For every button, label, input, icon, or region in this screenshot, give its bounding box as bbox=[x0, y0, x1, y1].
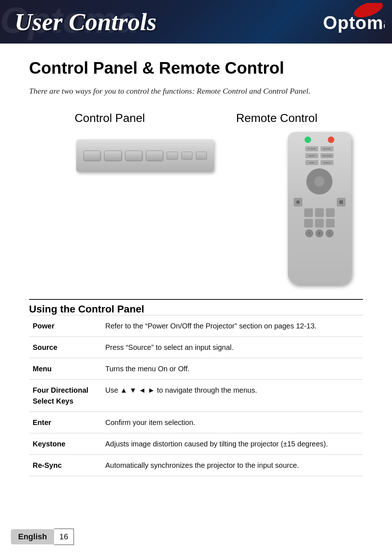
cp-btn-2 bbox=[104, 151, 121, 161]
control-desc-1: Press “Source” to select an input signal… bbox=[102, 337, 363, 358]
panel-headers-row: Control Panel Remote Control bbox=[29, 111, 363, 125]
table-row: MenuTurns the menu On or Off. bbox=[29, 358, 363, 380]
cp-btn-1 bbox=[83, 151, 101, 161]
remote-row-3: MODE FORMAT bbox=[291, 160, 348, 165]
control-desc-3: Use ▲ ▼ ◄ ► to navigate through the menu… bbox=[102, 380, 363, 412]
remote-mode: MODE bbox=[305, 160, 318, 165]
remote-num-0: 0 bbox=[315, 229, 323, 237]
control-name-4: Enter bbox=[29, 412, 102, 433]
using-section-title: Using the Control Panel bbox=[29, 303, 363, 315]
page-title: User Controls bbox=[15, 8, 156, 36]
control-desc-0: Refer to the “Power On/Off the Projector… bbox=[102, 315, 363, 337]
cp-btn-4 bbox=[146, 151, 163, 161]
table-row: KeystoneAdjusts image distortion caused … bbox=[29, 433, 363, 455]
remote-btn-e bbox=[315, 219, 324, 228]
page-footer: English 16 bbox=[11, 528, 74, 545]
remote-dpad-center bbox=[314, 176, 324, 187]
svg-point-2 bbox=[296, 200, 300, 204]
footer-page-number: 16 bbox=[54, 528, 74, 545]
table-row: SourcePress “Source” to select an input … bbox=[29, 337, 363, 358]
control-desc-4: Confirm your item selection. bbox=[102, 412, 363, 433]
control-panel-label: Control Panel bbox=[75, 111, 145, 125]
control-name-5: Keystone bbox=[29, 433, 102, 455]
remote-row-5 bbox=[291, 219, 348, 228]
svg-text:Optoma: Optoma bbox=[323, 13, 385, 33]
control-name-6: Re-Sync bbox=[29, 455, 102, 476]
remote-green-btn bbox=[305, 136, 311, 143]
control-name-2: Menu bbox=[29, 358, 102, 380]
control-desc-6: Automatically synchronizes the projector… bbox=[102, 455, 363, 476]
remote-num-7: 7 bbox=[305, 229, 313, 237]
remote-device-shape: AV MUTE RE-SYNC FREEZE KEYSTONE MODE FOR… bbox=[288, 132, 351, 285]
section-heading: Control Panel & Remote Control bbox=[29, 58, 363, 78]
cp-btn-7 bbox=[196, 152, 207, 160]
main-content: Control Panel & Remote Control There are… bbox=[0, 44, 392, 491]
svg-rect-3 bbox=[339, 200, 343, 204]
control-name-0: Power bbox=[29, 315, 102, 337]
remote-keystone: KEYSTONE bbox=[320, 153, 334, 158]
remote-num-dot: • bbox=[326, 229, 334, 237]
cp-btn-5 bbox=[167, 152, 177, 160]
remote-side-row bbox=[291, 198, 348, 207]
remote-btn-f bbox=[326, 219, 335, 228]
remote-freeze: FREEZE bbox=[305, 153, 318, 158]
page-header: Optoma User Controls Optoma bbox=[0, 0, 392, 44]
table-row: Four Directional Select KeysUse ▲ ▼ ◄ ► … bbox=[29, 380, 363, 412]
remote-resynx: RE-SYNC bbox=[320, 146, 334, 151]
remote-btn-b bbox=[315, 208, 324, 217]
table-row: Re-SyncAutomatically synchronizes the pr… bbox=[29, 455, 363, 476]
control-name-1: Source bbox=[29, 337, 102, 358]
remote-row-2: FREEZE KEYSTONE bbox=[291, 153, 348, 158]
remote-btn-d bbox=[304, 219, 313, 228]
remote-row-1: AV MUTE RE-SYNC bbox=[291, 146, 348, 151]
remote-format: FORMAT bbox=[320, 160, 334, 165]
remote-avmute: AV MUTE bbox=[305, 146, 318, 151]
remote-control-label: Remote Control bbox=[236, 111, 317, 125]
table-row: EnterConfirm your item selection. bbox=[29, 412, 363, 433]
section-subtitle: There are two ways for you to control th… bbox=[29, 85, 363, 97]
remote-btn-a bbox=[304, 208, 313, 217]
devices-illustration: AV MUTE RE-SYNC FREEZE KEYSTONE MODE FOR… bbox=[29, 132, 363, 285]
footer-language: English bbox=[11, 529, 54, 544]
remote-right-btn bbox=[337, 198, 346, 207]
remote-control-illustration: AV MUTE RE-SYNC FREEZE KEYSTONE MODE FOR… bbox=[276, 132, 363, 285]
cp-btn-6 bbox=[181, 152, 192, 160]
using-control-panel-section: Using the Control Panel PowerRefer to th… bbox=[29, 299, 363, 476]
remote-top-row bbox=[305, 136, 334, 143]
control-name-3: Four Directional Select Keys bbox=[29, 380, 102, 412]
remote-row-4 bbox=[291, 208, 348, 217]
remote-btn-c bbox=[326, 208, 335, 217]
control-panel-illustration bbox=[29, 132, 261, 179]
control-desc-2: Turns the menu On or Off. bbox=[102, 358, 363, 380]
cp-device-shape bbox=[76, 139, 214, 172]
cp-btn-3 bbox=[125, 151, 142, 161]
remote-num-row-1: 7 0 • bbox=[305, 229, 334, 237]
control-desc-5: Adjusts image distortion caused by tilti… bbox=[102, 433, 363, 455]
table-row: PowerRefer to the “Power On/Off the Proj… bbox=[29, 315, 363, 337]
remote-dpad bbox=[306, 168, 332, 195]
optoma-logo: Optoma bbox=[312, 3, 385, 41]
remote-left-btn bbox=[294, 198, 302, 207]
remote-red-btn bbox=[328, 136, 334, 143]
control-table: PowerRefer to the “Power On/Off the Proj… bbox=[29, 315, 363, 476]
